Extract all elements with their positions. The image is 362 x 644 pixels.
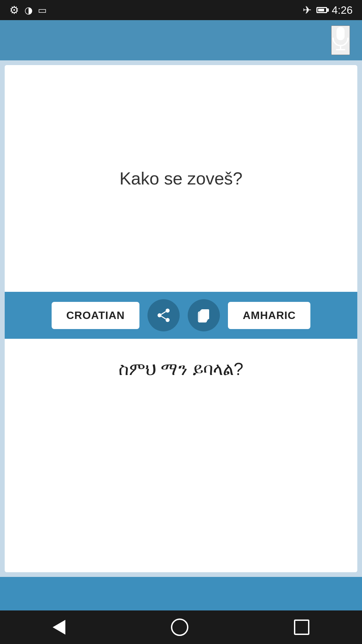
settings-icon: ⚙ (9, 4, 19, 16)
sdcard-icon: ▭ (38, 5, 47, 16)
svg-line-7 (162, 316, 166, 319)
share-button[interactable] (147, 299, 180, 331)
nav-bar (0, 610, 362, 644)
controls-bar: CROATIAN AMHAR (5, 292, 357, 339)
svg-point-3 (166, 309, 170, 313)
back-button[interactable] (53, 620, 65, 635)
battery-icon (316, 7, 327, 13)
recents-icon (294, 620, 309, 635)
status-icons-right: ✈ 4:26 (303, 4, 353, 16)
airplane-icon: ✈ (303, 4, 312, 16)
source-text: Kako se zoveš? (119, 168, 242, 189)
svg-line-6 (162, 312, 166, 314)
back-icon (53, 620, 65, 635)
svg-point-4 (158, 313, 162, 317)
status-bar: ⚙ ◑ ▭ ✈ 4:26 (0, 0, 362, 20)
bottom-accent-bar (0, 577, 362, 610)
copy-button[interactable] (188, 299, 220, 331)
svg-rect-0 (337, 27, 345, 40)
recents-button[interactable] (294, 620, 309, 635)
status-icons-left: ⚙ ◑ ▭ (9, 4, 47, 16)
svg-rect-14 (200, 310, 208, 319)
target-panel: ስምህ ማን ይባላል? (5, 339, 357, 572)
source-language-button[interactable]: CROATIAN (52, 302, 140, 329)
microphone-button[interactable] (331, 25, 350, 55)
svg-point-5 (166, 318, 170, 322)
app-header (0, 20, 362, 60)
target-language-button[interactable]: AMHARIC (228, 302, 310, 329)
source-panel: Kako se zoveš? (5, 65, 357, 292)
home-button[interactable] (171, 619, 188, 636)
status-time: 4:26 (332, 4, 353, 16)
circle-icon: ◑ (24, 5, 33, 16)
home-icon (171, 619, 188, 636)
main-content: Kako se zoveš? CROATIAN (0, 60, 362, 577)
target-text: ስምህ ማን ይባላል? (119, 359, 243, 379)
